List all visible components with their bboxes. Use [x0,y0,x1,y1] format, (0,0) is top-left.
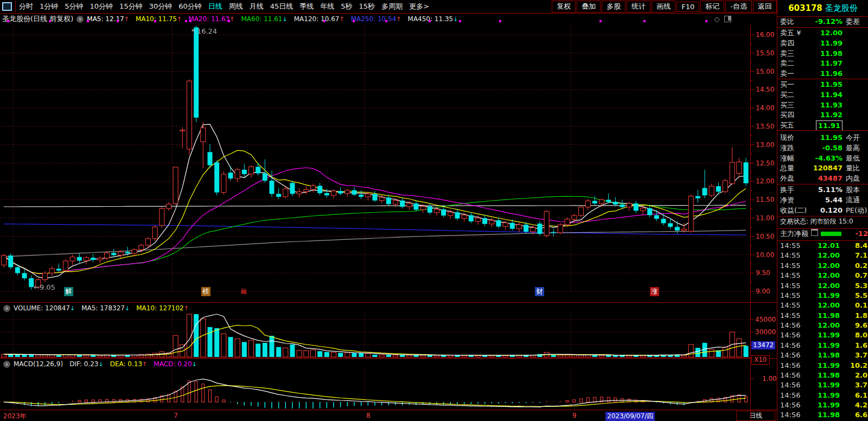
low-price-annotation: ←9.05 [34,283,55,291]
period-tab-日线[interactable]: 日线 [205,2,226,11]
signal-dot [429,20,431,22]
ma-legend-item: MA120: 10.67↑ [294,15,344,23]
period-tab-45日线[interactable]: 45日线 [267,2,297,11]
svg-text:13.50: 13.50 [756,123,774,130]
transaction-row: 14:5512.005.3 [777,281,868,291]
buy-level-row: 买一11.95 [777,80,868,90]
period-tab-60分钟[interactable]: 60分钟 [175,2,205,11]
signal-dot [189,20,192,22]
tool-button-标记[interactable]: 标记 [700,1,724,12]
signal-dot [185,20,187,22]
transaction-row: 14:5512.018.4 [777,241,868,251]
stock-identity: 603178 圣龙股份 [777,0,868,17]
svg-text:30000: 30000 [755,328,776,336]
period-tab-多周期[interactable]: 多周期 [378,2,406,11]
stock-code: 603178 [788,3,822,13]
chart-title: 圣龙股份(日线 前复权) [2,14,73,24]
svg-text:11.50: 11.50 [756,196,774,203]
tool-button--自选[interactable]: -自选 [725,1,752,12]
event-marker-榜: 榜 [201,287,210,296]
tool-button-统计[interactable]: 统计 [627,1,650,12]
signal-dot [459,20,461,22]
period-tab-5秒[interactable]: 5秒 [337,2,355,11]
main-force-label: 主力净额 [780,229,808,239]
collapse-icon[interactable]: ∨ [3,305,10,312]
event-marker-解: 解 [64,287,73,296]
signal-dot [323,20,326,22]
main-force-value: -128 [855,229,868,239]
info-row-换手: 换手5.11%股本 [777,185,868,195]
signal-dot [7,20,9,22]
svg-text:12.00: 12.00 [756,177,774,185]
tool-button-复权[interactable]: 复权 [552,1,576,12]
high-price-annotation: ↖16.24 [191,27,217,35]
transaction-list[interactable]: 14:5512.018.414:5512.007.114:5512.000.21… [777,241,868,420]
weibi-value: -9.12% [815,17,843,27]
info-row-收益(二): 收益(二)0.120PE(动) [777,206,868,216]
period-tab-分时[interactable]: 分时 [16,2,36,11]
period-indicator[interactable]: 日线 [736,411,775,421]
signal-dot [705,20,707,22]
diamond-icon[interactable]: ◇ [714,15,720,23]
transaction-row: 14:5612.009.6 [777,321,868,330]
period-tab-15分钟[interactable]: 15分钟 [116,2,146,11]
period-tab-30分钟[interactable]: 30分钟 [146,2,176,11]
ma-legend-item: MA5: 12.17↑ [87,15,129,23]
month-label-7: 7 [174,412,178,419]
period-tab-10分钟[interactable]: 10分钟 [87,2,117,11]
tool-button-画线[interactable]: 画线 [652,1,675,12]
list-icon[interactable] [809,229,818,239]
svg-text:9.00: 9.00 [756,288,770,295]
macd-pane-header: ∨ MACD(12,26,9) DIF: 0.23↓DEA: 0.13↑MACD… [0,358,777,369]
macd-legend-item: DEA: 0.13↑ [110,360,148,368]
period-tab-年线[interactable]: 年线 [317,2,337,11]
collapse-icon[interactable]: ∨ [3,361,10,368]
transaction-row: 14:5512.007.1 [777,251,868,260]
svg-text:10.50: 10.50 [756,233,774,240]
info-row-净资: 净资5.44流通 [777,195,868,206]
svg-text:13.00: 13.00 [756,141,774,149]
volume-pane-header: ∨ VOLUME: 120847↓MA5: 178327↓MA10: 12710… [0,302,777,314]
year-label: 2023年 [3,412,27,421]
period-tab-15秒[interactable]: 15秒 [356,2,379,11]
volume-chart[interactable]: 4500030000 [0,313,777,358]
split-window-icon[interactable] [724,16,731,22]
macd-chart[interactable]: 1.00 [0,369,777,410]
transaction-row: 14:5611.991.6 [777,341,868,350]
current-volume-chip: 13472 [751,341,775,349]
tool-buttons: 复权叠加多股统计画线F10标记-自选返回 [551,1,777,12]
signal-dot [49,20,51,22]
svg-text:1.00: 1.00 [762,375,777,382]
svg-text:14.00: 14.00 [756,104,774,112]
ma-legend-item: MA250: 10.54↑ [351,15,401,23]
window-icon[interactable] [2,2,12,11]
signal-dot [117,20,119,22]
period-tab-1分钟[interactable]: 1分钟 [36,2,61,11]
transaction-row: 14:5611.9910.2 [777,361,868,371]
tool-button-多股[interactable]: 多股 [602,1,626,12]
info-row-涨跌: 涨跌-0.58最高 [777,143,868,154]
period-tab-5分钟[interactable]: 5分钟 [61,2,86,11]
signal-dot [499,20,501,22]
buy-level-row: 买二11.94 [777,90,868,100]
trade-status: 交易状态: 闭市阶段 15:0 [780,216,853,227]
period-tab-季线[interactable]: 季线 [296,2,317,11]
tool-button-F10[interactable]: F10 [676,2,699,12]
signal-dot [353,20,355,22]
collapse-icon[interactable]: ∨ [76,16,84,23]
buy-level-row: 买四11.92 [777,110,868,120]
volume-legend-item: VOLUME: 120847↓ [14,304,75,312]
svg-text:14.50: 14.50 [756,86,774,93]
period-tab-周线[interactable]: 周线 [226,2,246,11]
svg-text:16.00: 16.00 [756,31,774,39]
top-toolbar: 分时1分钟5分钟10分钟15分钟30分钟60分钟日线周线月线45日线季线年线5秒… [0,0,777,14]
volume-legend-item: MA10: 127102↑ [136,304,189,312]
period-tab-月线[interactable]: 月线 [246,2,267,11]
ma-legend-item: MA60: 11.61↓ [241,15,287,23]
tool-button-叠加[interactable]: 叠加 [577,1,601,12]
tool-button-返回[interactable]: 返回 [753,1,777,12]
main-candlestick-chart[interactable]: 16.0015.5015.0014.5014.0013.5013.0012.50… [0,25,777,302]
period-tab-更多>[interactable]: 更多> [406,2,432,11]
chart-column: 圣龙股份(日线 前复权) ∨ MA5: 12.17↑MA10: 11.75↑MA… [0,13,777,421]
chart-corner-icons: ◇ [714,15,731,23]
